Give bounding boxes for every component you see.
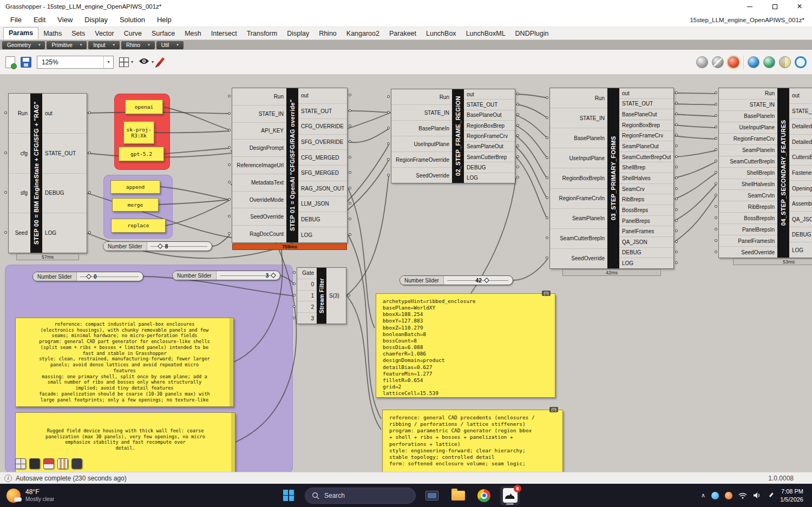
output-param[interactable]: STATE_OUT bbox=[42, 134, 87, 174]
param-grip[interactable] bbox=[228, 146, 231, 149]
save-icon[interactable] bbox=[21, 57, 31, 68]
input-param[interactable]: SeedOverride bbox=[391, 168, 452, 183]
output-param[interactable]: RegionFrameCrv bbox=[464, 131, 515, 141]
input-param[interactable]: BasePlaneIn bbox=[550, 128, 607, 148]
slider-handle[interactable] bbox=[158, 243, 163, 249]
input-param[interactable]: RegionFrameCrv bbox=[719, 134, 777, 145]
param-grip[interactable] bbox=[387, 111, 390, 114]
output-param[interactable]: out bbox=[298, 88, 347, 104]
output-param[interactable]: DetailedS bbox=[789, 119, 812, 135]
tray-blue-icon[interactable] bbox=[711, 492, 719, 499]
category-rhino[interactable]: Rhino▾ bbox=[121, 41, 155, 49]
menu-item-solution[interactable]: Solution bbox=[114, 14, 151, 26]
input-param[interactable]: Run bbox=[9, 94, 30, 134]
slider-track[interactable]: 0 bbox=[77, 272, 143, 281]
input-param[interactable]: RibBrepsIn bbox=[719, 201, 777, 213]
panel-append[interactable]: append bbox=[110, 180, 160, 194]
number-slider[interactable]: Number Slider8 bbox=[103, 241, 212, 251]
param-grip[interactable] bbox=[349, 233, 351, 236]
close-button[interactable]: × bbox=[787, 0, 812, 13]
input-param[interactable]: 2 bbox=[297, 301, 317, 313]
param-grip[interactable] bbox=[349, 218, 351, 220]
display-teal-sphere-icon[interactable] bbox=[763, 56, 775, 68]
output-param[interactable]: STATE_OUT bbox=[619, 99, 673, 110]
param-grip[interactable] bbox=[516, 176, 519, 179]
param-grip[interactable] bbox=[293, 294, 296, 297]
param-grip[interactable] bbox=[675, 208, 678, 211]
minimize-button[interactable] bbox=[737, 0, 762, 13]
output-param[interactable]: SeamPlaneOut bbox=[464, 142, 515, 152]
param-grip[interactable] bbox=[387, 142, 390, 145]
output-param[interactable]: LOG bbox=[464, 173, 515, 183]
panel-api-key[interactable]: sk-proj-R3:Xk bbox=[123, 121, 154, 144]
category-input[interactable]: Input▾ bbox=[88, 41, 120, 49]
param-grip[interactable] bbox=[715, 216, 717, 219]
pen-icon[interactable] bbox=[767, 492, 774, 499]
slider-handle[interactable] bbox=[271, 273, 276, 278]
output-param[interactable]: out bbox=[619, 88, 673, 99]
output-param[interactable]: RegionBoxBrep bbox=[464, 121, 515, 131]
param-grip[interactable] bbox=[293, 271, 296, 274]
output-param[interactable]: LOG bbox=[619, 258, 673, 268]
tab-display[interactable]: Display bbox=[282, 28, 314, 39]
output-param[interactable]: SeamCrv bbox=[619, 184, 673, 195]
input-param[interactable]: DesignPrompt bbox=[232, 140, 286, 157]
output-param[interactable]: ShellHalves bbox=[619, 173, 673, 184]
output-param[interactable]: STATE_OU bbox=[789, 104, 812, 120]
param-grip[interactable] bbox=[675, 155, 678, 158]
tab-parakeet[interactable]: Parakeet bbox=[384, 28, 421, 39]
param-grip[interactable] bbox=[387, 174, 390, 176]
input-param[interactable]: Run bbox=[550, 88, 607, 108]
output-param[interactable]: RegionFrameCrv bbox=[619, 131, 673, 142]
taskbar-clock[interactable]: 7:08 PM 1/5/2026 bbox=[780, 488, 803, 503]
file-explorer-icon[interactable] bbox=[448, 486, 468, 505]
param-grip[interactable] bbox=[675, 91, 678, 94]
dropdown-arrow-icon[interactable]: ▾ bbox=[103, 56, 113, 68]
param-grip[interactable] bbox=[715, 194, 717, 196]
output-param[interactable]: LLM_JSON bbox=[298, 196, 347, 212]
param-grip[interactable] bbox=[228, 198, 231, 201]
param-grip[interactable] bbox=[349, 140, 351, 143]
category-geometry[interactable]: Geometry▾ bbox=[2, 41, 45, 49]
param-grip[interactable] bbox=[348, 294, 350, 297]
output-param[interactable]: CuttersBr bbox=[789, 150, 812, 166]
tab-transform[interactable]: Transform bbox=[242, 28, 283, 39]
slider-handle[interactable] bbox=[484, 278, 489, 283]
canvas-grid-icon[interactable] bbox=[119, 57, 129, 67]
param-grip[interactable] bbox=[715, 126, 717, 128]
input-param[interactable]: MetadataText bbox=[232, 174, 286, 192]
param-grip[interactable] bbox=[349, 94, 351, 96]
param-grip[interactable] bbox=[715, 91, 717, 94]
output-param[interactable]: DEBUG bbox=[619, 248, 673, 259]
titlebar[interactable]: Grasshopper - 15step_LLM_engine_OpenAPIW… bbox=[0, 0, 812, 13]
canvas[interactable]: RuncfgsfgSeedSTEP 00 = BIM EngineState +… bbox=[0, 75, 812, 472]
param-grip[interactable] bbox=[4, 191, 7, 194]
dropdown-arrow-icon[interactable]: ▾ bbox=[131, 60, 133, 64]
param-grip[interactable] bbox=[88, 231, 91, 234]
param-grip[interactable] bbox=[675, 197, 678, 200]
param-grip[interactable] bbox=[349, 171, 351, 174]
input-param[interactable]: SeamPlaneIn bbox=[550, 209, 607, 229]
panel-merge[interactable]: merge bbox=[112, 198, 159, 212]
component-step01[interactable]: RunSTATE_INAPI_KEYDesignPromptReferenceI… bbox=[232, 88, 348, 243]
panel-reference-spec[interactable]: {0} reference: general CAD precedents (e… bbox=[382, 410, 563, 472]
output-param[interactable]: SeamCutterBrep bbox=[464, 152, 515, 162]
input-param[interactable]: 3 bbox=[297, 313, 317, 324]
tab-curve[interactable]: Curve bbox=[119, 28, 147, 39]
component-step00[interactable]: RuncfgsfgSeedSTEP 00 = BIM EngineState +… bbox=[8, 93, 87, 253]
param-grip[interactable] bbox=[715, 137, 717, 140]
preview-eye-icon[interactable] bbox=[139, 57, 149, 67]
slider-track[interactable]: 42 bbox=[444, 276, 513, 285]
param-grip[interactable] bbox=[715, 251, 717, 253]
panel-openai[interactable]: openai bbox=[125, 100, 163, 114]
start-button[interactable] bbox=[279, 486, 298, 505]
new-document-icon[interactable] bbox=[5, 56, 15, 68]
param-grip[interactable] bbox=[88, 191, 91, 194]
param-grip[interactable] bbox=[546, 156, 548, 159]
param-grip[interactable] bbox=[675, 219, 678, 222]
output-param[interactable]: QA_JSON bbox=[619, 237, 673, 248]
param-grip[interactable] bbox=[228, 112, 231, 115]
param-grip[interactable] bbox=[546, 236, 548, 239]
tab-vector[interactable]: Vector bbox=[90, 28, 119, 39]
tray-orange-icon[interactable] bbox=[725, 492, 732, 499]
